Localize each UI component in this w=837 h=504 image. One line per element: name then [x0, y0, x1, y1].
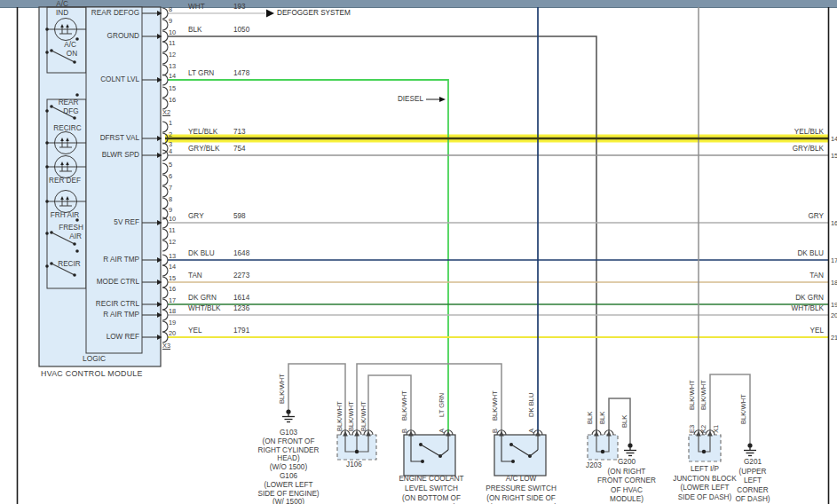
logic-box [86, 7, 142, 353]
connector-pin-arc [162, 198, 168, 209]
switch-contact-dot [75, 249, 79, 253]
panel-junction-dot [45, 28, 49, 31]
component-pin-arrow [408, 431, 414, 437]
panel-junction-dot [45, 51, 49, 54]
junction-dot [421, 460, 424, 463]
junction-dot [355, 450, 359, 453]
ground-dot [628, 443, 632, 447]
component-pin-arrow [606, 431, 612, 437]
connector-pin-arc [162, 31, 168, 42]
connector-pin-arc [162, 186, 168, 197]
connector-pin-arc [162, 20, 168, 30]
connector-pin-arc [162, 87, 168, 98]
wire [288, 364, 345, 435]
panel-junction-dot [45, 165, 49, 169]
panel-junction-dot [45, 200, 49, 203]
connector-pin-arc [162, 332, 168, 343]
diagram-drawing [0, 0, 837, 504]
connector-pin-arc [162, 255, 168, 265]
switch-contact-dot [75, 93, 79, 97]
junction-dot [702, 450, 706, 453]
connector-pin-arc [162, 163, 168, 174]
wire [357, 364, 501, 435]
connector-pin-arc [162, 240, 168, 251]
diesel-arrow [439, 97, 446, 102]
ground-dot [747, 443, 752, 447]
component-pin-arrow [366, 431, 371, 437]
splice-j203-box [588, 435, 618, 460]
ground-dot [286, 409, 290, 413]
switch-contact-dot [73, 273, 76, 277]
defogger-arrow [266, 10, 274, 18]
connector-pin-arc [162, 42, 168, 52]
switch-contact-dot [73, 60, 76, 64]
component-pin-arrow [707, 431, 713, 437]
junction-block-box [689, 435, 721, 461]
component-pin-arrow [343, 431, 348, 437]
connector-pin-arc [162, 265, 168, 276]
panel-junction-dot [45, 141, 49, 145]
component-pin-arrow [594, 431, 599, 437]
component-pin-arrow [354, 431, 359, 437]
coolant-level-switch-box [404, 435, 455, 476]
switch-contact-dot [73, 242, 76, 246]
panel-junction-dot [45, 232, 49, 235]
connector-pin-arc [162, 75, 168, 85]
component-pin-arrow [535, 431, 541, 437]
component-pin-arrow [696, 431, 701, 437]
junction-dot [601, 450, 604, 453]
connector-pin-arc [162, 53, 168, 64]
switch-contact-dot [75, 37, 79, 41]
component-pin-arrow [446, 431, 451, 437]
connector-pin-arc [162, 8, 168, 19]
wire [368, 375, 411, 435]
connector-pin-arc [162, 98, 168, 109]
panel-junction-dot [45, 109, 49, 113]
switch-contact-dot [73, 116, 76, 120]
connector-pin-arc [162, 287, 168, 298]
connector-pin-arc [162, 122, 168, 132]
connector-pin-arc [162, 310, 168, 320]
component-pin-arrow [499, 431, 504, 437]
connector-pin-arc [162, 277, 168, 287]
junction-dot [511, 460, 515, 463]
wiring-diagram-canvas: HVAC CONTROL MODULE LOGIC DEFOGGER SYSTE… [0, 0, 837, 504]
panel-junction-dot [45, 264, 49, 268]
wire [168, 80, 448, 435]
connector-pin-arc [162, 65, 168, 75]
switch-contact-dot [75, 218, 79, 222]
connector-pin-arc [162, 175, 168, 185]
connector-pin-arc [162, 299, 168, 310]
connector-pin-arc [162, 229, 168, 240]
connector-pin-arc [162, 321, 168, 332]
